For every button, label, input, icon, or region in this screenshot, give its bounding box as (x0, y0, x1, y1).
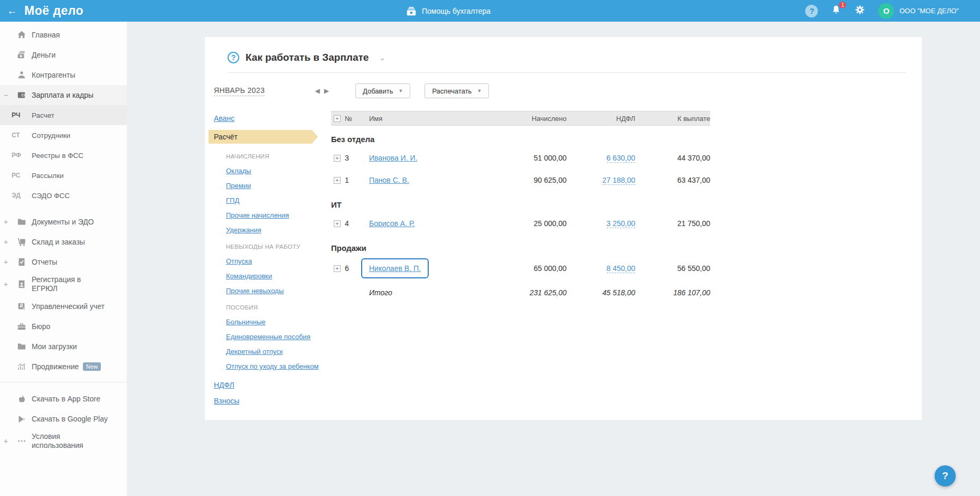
collapse-icon[interactable]: − (0, 91, 12, 99)
nav-link-advance[interactable]: Аванс (214, 114, 234, 123)
content-card: ? Как работать в Зарплате ⌄ ЯНВАРЬ 2023 … (205, 37, 922, 420)
accrued-value: 65 000,00 (477, 264, 567, 273)
sidebar-subitem-calculation[interactable]: РЧ Расчет (0, 105, 127, 125)
folder-icon (12, 342, 32, 351)
employee-link[interactable]: Николаев В. П. (369, 264, 421, 273)
row-expand-icon[interactable]: + (334, 220, 341, 227)
payout-value: 21 750,00 (635, 219, 710, 228)
sidebar-item-home[interactable]: Главная (0, 25, 127, 45)
settings-gear-icon[interactable] (854, 4, 865, 17)
sidebar-item-management-accounting[interactable]: ₽ Управленческий учет (0, 296, 127, 316)
nav-active-calculation[interactable]: Расчёт (209, 130, 312, 144)
group-header: Продажи (331, 235, 710, 256)
row-expand-icon[interactable]: + (334, 155, 341, 162)
notification-badge: 1 (838, 1, 847, 10)
help-icon[interactable]: ? (805, 5, 818, 17)
prev-month-icon[interactable]: ◀ (315, 87, 320, 95)
group-header: Без отдела (331, 126, 710, 147)
nav-link-deductions[interactable]: Удержания (226, 226, 261, 234)
expand-icon[interactable]: + (0, 437, 12, 445)
sidebar-item-counterparties[interactable]: Контрагенты (0, 65, 127, 85)
table-row: + 1 Панов С. В. 90 625,00 27 188,00 63 4… (331, 169, 710, 191)
title-help-icon[interactable]: ? (228, 52, 239, 63)
nav-link-other-accruals[interactable]: Прочие начисления (226, 211, 289, 219)
sidebar-item-my-downloads[interactable]: Мои загрузки (0, 336, 127, 357)
expand-all-icon[interactable]: + (334, 115, 341, 122)
nav-link-sick-leave[interactable]: Больничные (226, 318, 266, 326)
total-ndfl: 45 518,00 (567, 288, 635, 297)
nav-header-accruals: НАЧИСЛЕНИЯ (226, 153, 331, 160)
nav-link-ndfl[interactable]: НДФЛ (214, 381, 234, 389)
nav-link-gpd[interactable]: ГПД (226, 196, 239, 204)
group-header: ИТ (331, 191, 710, 212)
nav-link-maternity-leave[interactable]: Декретный отпуск (226, 348, 283, 355)
row-expand-icon[interactable]: + (334, 265, 341, 272)
add-button[interactable]: Добавить▼ (355, 83, 410, 98)
employee-link[interactable]: Иванова И. И. (369, 154, 417, 162)
ndfl-link[interactable]: 8 450,00 (607, 264, 636, 273)
sidebar-divider (0, 382, 127, 382)
sidebar-item-reports[interactable]: + Отчеты (0, 252, 127, 272)
app-logo[interactable]: Моё дело (24, 4, 83, 18)
nav-link-vacations[interactable]: Отпуска (226, 257, 252, 265)
sidebar-subitem-sedo-fss[interactable]: ЭД СЭДО ФСС (0, 185, 127, 205)
sidebar-item-money[interactable]: Деньги (0, 45, 127, 65)
title-divider (228, 72, 906, 73)
expand-icon[interactable]: + (0, 258, 12, 266)
accrued-value: 25 000,00 (477, 219, 567, 228)
report-check-icon (12, 257, 32, 267)
ndfl-link[interactable]: 6 630,00 (607, 154, 636, 163)
sidebar-item-promotion[interactable]: Продвижение New (0, 357, 127, 377)
payout-value: 63 437,00 (635, 176, 710, 184)
sidebar-item-google-play[interactable]: Скачать в Google Play (0, 409, 127, 429)
back-arrow-icon[interactable]: ← (0, 5, 24, 17)
next-month-icon[interactable]: ▶ (324, 87, 329, 95)
row-expand-icon[interactable]: + (334, 177, 341, 184)
ndfl-link[interactable]: 3 250,00 (607, 219, 636, 228)
sidebar-item-documents-edo[interactable]: + Документы и ЭДО (0, 212, 127, 232)
nav-link-other-absences[interactable]: Прочие невыходы (226, 287, 284, 295)
chevron-down-icon[interactable]: ⌄ (379, 54, 385, 62)
nav-link-salaries[interactable]: Оклады (226, 167, 251, 175)
nav-link-lumpsum-benefits[interactable]: Единовременные пособия (226, 333, 310, 341)
sidebar-subitem-mailings[interactable]: РС Рассылки (0, 165, 127, 185)
sidebar-item-warehouse-orders[interactable]: + Склад и заказы (0, 232, 127, 252)
sidebar-item-bureau[interactable]: Бюро (0, 316, 127, 336)
expand-icon[interactable]: + (0, 280, 12, 288)
print-button[interactable]: Распечатать▼ (425, 83, 489, 98)
nav-link-contributions[interactable]: Взносы (214, 397, 239, 405)
sidebar-item-payroll[interactable]: − Зарплата и кадры (0, 85, 127, 105)
sidebar-item-egrul-registration[interactable]: + Регистрация в ЕГРЮЛ (0, 272, 127, 296)
expand-icon[interactable]: + (0, 238, 12, 246)
sidebar-item-terms-of-use[interactable]: + Условия использования (0, 429, 127, 453)
accountant-help-label: Помощь бухгалтера (422, 7, 491, 15)
briefcase-icon (12, 322, 32, 331)
document-person-icon (12, 279, 32, 289)
person-icon (12, 70, 32, 80)
column-accrued: Начислено (477, 115, 567, 123)
employee-link[interactable]: Панов С. В. (369, 176, 409, 184)
ndfl-link[interactable]: 27 188,00 (602, 176, 635, 185)
accountant-help-button[interactable]: Помощь бухгалтера (406, 0, 491, 22)
account-menu[interactable]: О ООО "МОЕ ДЕЛО" (878, 3, 959, 19)
column-ndfl: НДФЛ (567, 115, 635, 123)
nav-link-bonuses[interactable]: Премии (226, 182, 251, 190)
employee-link[interactable]: Борисов А. Р. (369, 219, 415, 228)
money-icon (12, 50, 32, 60)
nav-link-business-trips[interactable]: Командировки (226, 272, 272, 280)
accrued-value: 51 000,00 (477, 154, 567, 162)
notifications-bell-icon[interactable]: 1 (831, 4, 842, 17)
sidebar-subitem-employees[interactable]: СТ Сотрудники (0, 125, 127, 145)
nav-header-benefits: ПОСОБИЯ (226, 304, 331, 311)
row-num: 3 (345, 154, 369, 162)
support-help-button[interactable]: ? (935, 465, 956, 486)
nav-link-childcare-leave[interactable]: Отпуск по уходу за ребенком (226, 362, 318, 370)
month-picker[interactable]: ЯНВАРЬ 2023 (214, 86, 265, 96)
expand-icon[interactable]: + (0, 218, 12, 226)
new-badge: New (83, 362, 101, 371)
ruble-card-icon: ₽ (12, 302, 32, 311)
sidebar-subitem-fss-registers[interactable]: РФ Реестры в ФСС (0, 145, 127, 165)
total-row: Итого 231 625,00 45 518,00 186 107,00 (331, 281, 710, 304)
sidebar-item-app-store[interactable]: Скачать в App Store (0, 389, 127, 409)
table-row: + 3 Иванова И. И. 51 000,00 6 630,00 44 … (331, 147, 710, 169)
